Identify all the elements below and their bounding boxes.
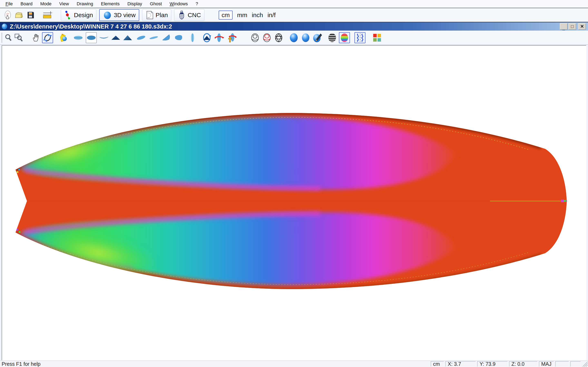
- zoom-icon: [4, 33, 13, 42]
- status-x-coordinate: X: 3.7: [445, 361, 476, 367]
- zebra-stripes-button[interactable]: [327, 32, 338, 43]
- menu-mode[interactable]: Mode: [36, 0, 55, 8]
- view-perspective-tail-button[interactable]: [173, 32, 184, 43]
- zoom-window-icon: [14, 33, 24, 42]
- status-mode: MAJ: [539, 361, 554, 367]
- view-outline-button[interactable]: [187, 32, 198, 43]
- view-nose-icon: [111, 33, 121, 42]
- light-direction-icon: [59, 33, 69, 42]
- plan-mode-button[interactable]: Plan: [142, 9, 171, 21]
- view-deck-button[interactable]: [73, 32, 84, 43]
- view-perspective-deck-icon: [136, 33, 146, 42]
- status-z-coordinate: Z: 0.0: [509, 361, 537, 367]
- render-canvas[interactable]: [2, 45, 586, 360]
- save-file-button[interactable]: [25, 9, 36, 21]
- view-bottom-button[interactable]: [86, 32, 97, 43]
- main-toolbar: Design 3D view Plan: [0, 8, 588, 22]
- status-empty-1: [555, 361, 569, 367]
- window-controls: _ □ ✕: [560, 23, 586, 30]
- pan-button[interactable]: [31, 32, 42, 43]
- view-perspective-nose-icon: [161, 33, 172, 42]
- cnc-mode-button[interactable]: CNC: [174, 9, 204, 21]
- sphere-3d-icon: [103, 11, 112, 20]
- document-title-bar[interactable]: Z:\Users\dennery\Desktop\WINNER 7 4 27 6…: [0, 22, 588, 31]
- save-floppy-icon: [26, 10, 35, 20]
- new-board-icon: [3, 10, 12, 20]
- wireframe-button[interactable]: [250, 32, 260, 43]
- rotate-vertical-axis-button[interactable]: [214, 32, 225, 43]
- light-direction-button[interactable]: [58, 32, 69, 43]
- open-file-button[interactable]: [13, 9, 25, 21]
- render-smooth-icon: [301, 33, 311, 43]
- pan-hand-icon: [32, 33, 41, 42]
- rotate-3d-icon: [43, 33, 52, 42]
- menu-drawing[interactable]: Drawing: [73, 0, 97, 8]
- zoom-window-button[interactable]: [13, 32, 25, 43]
- view-tail-button[interactable]: [122, 32, 133, 43]
- menu-file[interactable]: File: [2, 0, 17, 8]
- rotate-3d-button[interactable]: [42, 32, 53, 43]
- render-shaded-button[interactable]: [288, 32, 299, 43]
- status-empty-2: [571, 361, 581, 367]
- view-perspective-nose-button[interactable]: [161, 32, 172, 43]
- render-smooth-button[interactable]: [300, 32, 311, 43]
- view-perspective-side-button[interactable]: [148, 32, 159, 43]
- curvature-map-icon: [339, 33, 349, 43]
- rotate-nose-axis-button[interactable]: [201, 32, 212, 43]
- resize-grip[interactable]: [582, 361, 588, 367]
- close-button[interactable]: ✕: [578, 23, 586, 30]
- view-nose-button[interactable]: [110, 32, 121, 43]
- unit-inf[interactable]: in/f: [268, 12, 276, 18]
- maximize-icon: □: [571, 24, 573, 29]
- menu-display[interactable]: Display: [123, 0, 146, 8]
- view-toolbar: [0, 31, 588, 45]
- design-nodes-icon: [64, 10, 72, 20]
- menu-board[interactable]: Board: [17, 0, 36, 8]
- status-unit: cm: [431, 361, 444, 367]
- curvature-map-button[interactable]: [339, 32, 350, 43]
- menu-windows[interactable]: Windows: [166, 0, 192, 8]
- shape3d-application: File Board Mode View Drawing Elements Di…: [0, 0, 588, 367]
- render-design-icon: [312, 33, 323, 43]
- view-outline-icon: [189, 33, 196, 43]
- menu-help[interactable]: ?: [192, 0, 202, 8]
- board-3d-render[interactable]: [2, 46, 586, 360]
- menu-ghost[interactable]: Ghost: [146, 0, 166, 8]
- menu-view[interactable]: View: [55, 0, 73, 8]
- rotate-flip-button[interactable]: [226, 32, 237, 43]
- view-side-icon: [99, 33, 109, 42]
- view-deck-icon: [73, 33, 83, 42]
- view-tail-icon: [122, 33, 133, 42]
- view-side-button[interactable]: [98, 32, 109, 43]
- view-perspective-deck-button[interactable]: [136, 32, 147, 43]
- toolbar-grip[interactable]: [1, 33, 2, 43]
- design-mode-button[interactable]: Design: [61, 9, 96, 21]
- minimize-button[interactable]: _: [560, 23, 568, 30]
- wireframe-slices-icon: [262, 33, 272, 43]
- units-group: cm mm inch in/f: [219, 11, 276, 20]
- dimensions-button[interactable]: [42, 9, 53, 21]
- unit-inch[interactable]: inch: [252, 12, 263, 18]
- wireframe-mesh-icon: [274, 33, 283, 43]
- view3d-mode-button[interactable]: 3D view: [99, 9, 139, 21]
- view-perspective-tail-icon: [173, 33, 184, 42]
- wireframe-mesh-button[interactable]: [273, 32, 284, 43]
- unit-cm[interactable]: cm: [219, 11, 233, 20]
- flow-lines-button[interactable]: [355, 32, 365, 43]
- status-y-coordinate: Y: 73.9: [477, 361, 508, 367]
- document-window-icon: [1, 23, 8, 30]
- rotate-flip-icon: [227, 33, 237, 43]
- wireframe-slices-button[interactable]: [261, 32, 272, 43]
- color-swatches-button[interactable]: [372, 32, 383, 43]
- new-board-button[interactable]: [2, 9, 13, 21]
- zoom-button[interactable]: [3, 32, 14, 43]
- unit-mm[interactable]: mm: [237, 12, 247, 18]
- render-design-button[interactable]: [312, 32, 323, 43]
- open-folder-icon: [15, 10, 24, 20]
- flow-lines-icon: [355, 33, 365, 43]
- menu-elements[interactable]: Elements: [97, 0, 123, 8]
- view-bottom-icon: [86, 33, 96, 42]
- maximize-button[interactable]: □: [568, 23, 576, 30]
- cnc-bit-icon: [178, 10, 186, 20]
- wireframe-icon: [250, 33, 260, 43]
